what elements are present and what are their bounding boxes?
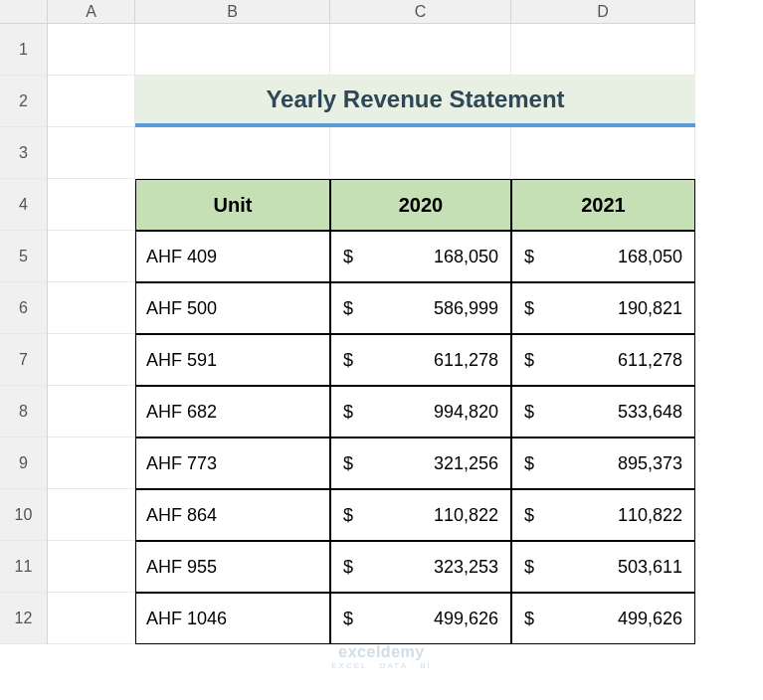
cell-value: 190,821 — [618, 298, 682, 319]
table-row[interactable]: $611,278 — [330, 334, 511, 386]
table-header-2021[interactable]: 2021 — [511, 179, 695, 231]
cell-value: 503,611 — [618, 557, 682, 578]
cell-C1[interactable] — [330, 24, 511, 76]
row-header-10[interactable]: 10 — [0, 489, 48, 541]
watermark-subtext: EXCEL · DATA · BI — [331, 661, 432, 670]
cell-A6[interactable] — [48, 282, 135, 334]
col-header-D[interactable]: D — [511, 0, 695, 24]
cell-value: 323,253 — [434, 557, 498, 578]
table-row[interactable]: AHF 682 — [135, 386, 330, 438]
cell-A11[interactable] — [48, 541, 135, 593]
table-row[interactable]: $110,822 — [330, 489, 511, 541]
table-row[interactable]: $895,373 — [511, 438, 695, 489]
table-row[interactable]: AHF 773 — [135, 438, 330, 489]
row-header-6[interactable]: 6 — [0, 282, 48, 334]
cell-value: 168,050 — [618, 247, 682, 267]
currency-symbol: $ — [343, 402, 353, 423]
table-row[interactable]: $503,611 — [511, 541, 695, 593]
table-row[interactable]: AHF 591 — [135, 334, 330, 386]
table-row[interactable]: $994,820 — [330, 386, 511, 438]
cell-A10[interactable] — [48, 489, 135, 541]
cell-value: 110,822 — [434, 505, 498, 526]
currency-symbol: $ — [524, 609, 534, 629]
cell-A7[interactable] — [48, 334, 135, 386]
table-row[interactable]: $533,648 — [511, 386, 695, 438]
row-header-1[interactable]: 1 — [0, 24, 48, 76]
cell-value: 321,256 — [434, 453, 498, 474]
currency-symbol: $ — [343, 557, 353, 578]
cell-A5[interactable] — [48, 231, 135, 282]
cell-C3[interactable] — [330, 127, 511, 179]
cell-B3[interactable] — [135, 127, 330, 179]
table-row[interactable]: $499,626 — [330, 593, 511, 644]
cell-value: 168,050 — [434, 247, 498, 267]
cell-value: 611,278 — [618, 350, 682, 371]
table-row[interactable]: AHF 955 — [135, 541, 330, 593]
row-header-12[interactable]: 12 — [0, 593, 48, 644]
cell-A4[interactable] — [48, 179, 135, 231]
table-header-unit[interactable]: Unit — [135, 179, 330, 231]
cell-value: 586,999 — [434, 298, 498, 319]
currency-symbol: $ — [343, 298, 353, 319]
cell-A8[interactable] — [48, 386, 135, 438]
table-row[interactable]: $499,626 — [511, 593, 695, 644]
table-row[interactable]: $190,821 — [511, 282, 695, 334]
watermark: exceldemy EXCEL · DATA · BI — [331, 643, 432, 670]
cell-A3[interactable] — [48, 127, 135, 179]
currency-symbol: $ — [524, 402, 534, 423]
cell-value: 611,278 — [434, 350, 498, 371]
cell-D3[interactable] — [511, 127, 695, 179]
currency-symbol: $ — [524, 298, 534, 319]
cell-D1[interactable] — [511, 24, 695, 76]
table-row[interactable]: $110,822 — [511, 489, 695, 541]
spreadsheet-grid: A B C D 1 2 Yearly Revenue Statement 3 4… — [0, 0, 763, 644]
cell-B1[interactable] — [135, 24, 330, 76]
cell-A12[interactable] — [48, 593, 135, 644]
row-header-5[interactable]: 5 — [0, 231, 48, 282]
currency-symbol: $ — [524, 350, 534, 371]
table-row[interactable]: $323,253 — [330, 541, 511, 593]
cell-A1[interactable] — [48, 24, 135, 76]
row-header-4[interactable]: 4 — [0, 179, 48, 231]
row-header-7[interactable]: 7 — [0, 334, 48, 386]
cell-value: 994,820 — [434, 402, 498, 423]
currency-symbol: $ — [343, 350, 353, 371]
watermark-text: exceldemy — [331, 643, 432, 661]
cell-value: 499,626 — [434, 609, 498, 629]
col-header-A[interactable]: A — [48, 0, 135, 24]
table-row[interactable]: $321,256 — [330, 438, 511, 489]
row-header-8[interactable]: 8 — [0, 386, 48, 438]
table-row[interactable]: $168,050 — [511, 231, 695, 282]
currency-symbol: $ — [343, 453, 353, 474]
col-header-C[interactable]: C — [330, 0, 511, 24]
col-header-B[interactable]: B — [135, 0, 330, 24]
cell-value: 110,822 — [618, 505, 682, 526]
table-header-2020[interactable]: 2020 — [330, 179, 511, 231]
table-row[interactable]: $611,278 — [511, 334, 695, 386]
table-row[interactable]: AHF 409 — [135, 231, 330, 282]
table-row[interactable]: $168,050 — [330, 231, 511, 282]
currency-symbol: $ — [524, 453, 534, 474]
cell-value: 499,626 — [618, 609, 682, 629]
currency-symbol: $ — [343, 247, 353, 267]
cell-value: 533,648 — [618, 402, 682, 423]
currency-symbol: $ — [524, 505, 534, 526]
currency-symbol: $ — [524, 557, 534, 578]
select-all-corner[interactable] — [0, 0, 48, 24]
currency-symbol: $ — [524, 247, 534, 267]
currency-symbol: $ — [343, 609, 353, 629]
row-header-3[interactable]: 3 — [0, 127, 48, 179]
row-header-9[interactable]: 9 — [0, 438, 48, 489]
cell-A9[interactable] — [48, 438, 135, 489]
table-row[interactable]: $586,999 — [330, 282, 511, 334]
table-row[interactable]: AHF 500 — [135, 282, 330, 334]
cell-value: 895,373 — [618, 453, 682, 474]
row-header-2[interactable]: 2 — [0, 76, 48, 127]
table-row[interactable]: AHF 864 — [135, 489, 330, 541]
cell-A2[interactable] — [48, 76, 135, 127]
row-header-11[interactable]: 11 — [0, 541, 48, 593]
currency-symbol: $ — [343, 505, 353, 526]
page-title[interactable]: Yearly Revenue Statement — [135, 76, 695, 127]
table-row[interactable]: AHF 1046 — [135, 593, 330, 644]
